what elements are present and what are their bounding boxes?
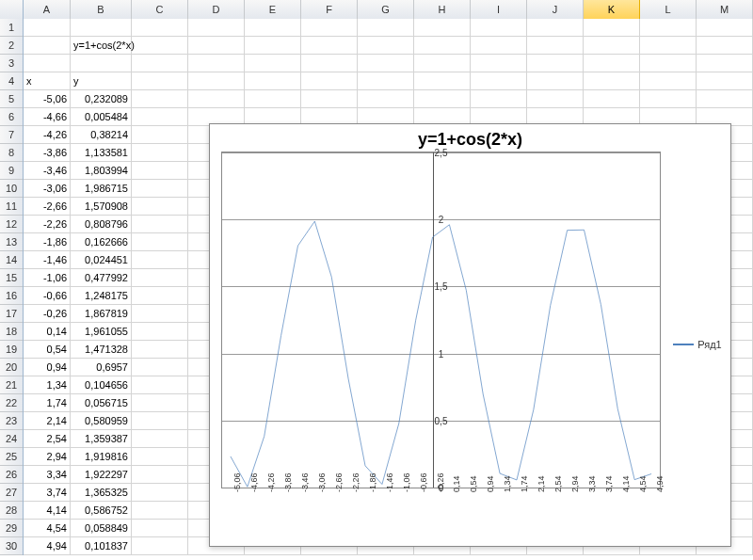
cell-A10[interactable]: -3,06 — [24, 180, 71, 198]
cell-B26[interactable]: 1,922297 — [71, 466, 132, 484]
cell-E1[interactable] — [245, 19, 301, 37]
cell-H5[interactable] — [414, 90, 471, 108]
cell-I1[interactable] — [471, 19, 527, 37]
row-header-12[interactable]: 12 — [0, 216, 23, 233]
cell-K3[interactable] — [584, 55, 640, 72]
cell-C7[interactable] — [132, 126, 188, 144]
row-header-28[interactable]: 28 — [0, 502, 23, 520]
row-header-10[interactable]: 10 — [0, 180, 23, 198]
cell-G5[interactable] — [358, 90, 414, 108]
cell-C16[interactable] — [132, 287, 188, 305]
row-header-16[interactable]: 16 — [0, 287, 23, 305]
cell-B10[interactable]: 1,986715 — [71, 180, 132, 198]
cell-C22[interactable] — [132, 394, 188, 412]
cell-M5[interactable] — [697, 90, 753, 108]
row-header-6[interactable]: 6 — [0, 108, 23, 126]
cell-G3[interactable] — [358, 55, 414, 72]
cell-L3[interactable] — [640, 55, 697, 72]
cell-C26[interactable] — [132, 466, 188, 484]
cell-E3[interactable] — [245, 55, 301, 72]
col-header-M[interactable]: M — [697, 0, 753, 19]
row-header-8[interactable]: 8 — [0, 144, 23, 162]
row-header-4[interactable]: 4 — [0, 72, 23, 90]
cell-B20[interactable]: 0,6957 — [71, 359, 132, 376]
cell-M4[interactable] — [697, 72, 753, 90]
cell-A1[interactable] — [24, 19, 71, 37]
cell-A12[interactable]: -2,26 — [24, 216, 71, 233]
cell-L1[interactable] — [640, 19, 697, 37]
cell-B19[interactable]: 1,471328 — [71, 341, 132, 359]
cell-I2[interactable] — [471, 37, 527, 55]
cell-B13[interactable]: 0,162666 — [71, 233, 132, 251]
cell-B17[interactable]: 1,867819 — [71, 305, 132, 323]
row-header-14[interactable]: 14 — [0, 251, 23, 269]
cell-C17[interactable] — [132, 305, 188, 323]
cell-A14[interactable]: -1,46 — [24, 251, 71, 269]
cell-B8[interactable]: 1,133581 — [71, 144, 132, 162]
cell-B22[interactable]: 0,056715 — [71, 394, 132, 412]
cell-C28[interactable] — [132, 502, 188, 520]
cell-A27[interactable]: 3,74 — [24, 484, 71, 502]
row-header-5[interactable]: 5 — [0, 90, 23, 108]
cell-B15[interactable]: 0,477992 — [71, 269, 132, 287]
col-header-A[interactable]: A — [24, 0, 71, 19]
row-header-19[interactable]: 19 — [0, 341, 23, 359]
cell-D4[interactable] — [188, 72, 245, 90]
cell-A3[interactable] — [24, 55, 71, 72]
row-header-22[interactable]: 22 — [0, 394, 23, 412]
cell-F3[interactable] — [301, 55, 358, 72]
row-header-17[interactable]: 17 — [0, 305, 23, 323]
cell-A15[interactable]: -1,06 — [24, 269, 71, 287]
cell-A11[interactable]: -2,66 — [24, 198, 71, 216]
cell-J5[interactable] — [527, 90, 584, 108]
cell-H4[interactable] — [414, 72, 471, 90]
cell-C21[interactable] — [132, 376, 188, 394]
col-header-C[interactable]: C — [132, 0, 188, 19]
cell-B28[interactable]: 0,586752 — [71, 502, 132, 520]
cell-B16[interactable]: 1,248175 — [71, 287, 132, 305]
cell-C30[interactable] — [132, 537, 188, 555]
cell-A19[interactable]: 0,54 — [24, 341, 71, 359]
cell-A9[interactable]: -3,46 — [24, 162, 71, 180]
col-header-F[interactable]: F — [301, 0, 358, 19]
cell-A18[interactable]: 0,14 — [24, 323, 71, 341]
cell-D3[interactable] — [188, 55, 245, 72]
cell-H2[interactable] — [414, 37, 471, 55]
cell-A5[interactable]: -5,06 — [24, 90, 71, 108]
cell-C25[interactable] — [132, 448, 188, 466]
row-header-18[interactable]: 18 — [0, 323, 23, 341]
row-header-11[interactable]: 11 — [0, 198, 23, 216]
cell-F2[interactable] — [301, 37, 358, 55]
cell-B30[interactable]: 0,101837 — [71, 537, 132, 555]
cell-C2[interactable] — [132, 37, 188, 55]
cell-C23[interactable] — [132, 412, 188, 430]
cell-I4[interactable] — [471, 72, 527, 90]
cell-A29[interactable]: 4,54 — [24, 520, 71, 537]
cell-A23[interactable]: 2,14 — [24, 412, 71, 430]
cell-B29[interactable]: 0,058849 — [71, 520, 132, 537]
cell-C18[interactable] — [132, 323, 188, 341]
cell-A17[interactable]: -0,26 — [24, 305, 71, 323]
cell-B4[interactable]: y — [71, 72, 132, 90]
cell-C13[interactable] — [132, 233, 188, 251]
cell-A8[interactable]: -3,86 — [24, 144, 71, 162]
cell-C4[interactable] — [132, 72, 188, 90]
cell-C9[interactable] — [132, 162, 188, 180]
cell-K4[interactable] — [584, 72, 640, 90]
cell-K1[interactable] — [584, 19, 640, 37]
row-header-21[interactable]: 21 — [0, 376, 23, 394]
cell-G1[interactable] — [358, 19, 414, 37]
cell-A22[interactable]: 1,74 — [24, 394, 71, 412]
col-header-J[interactable]: J — [527, 0, 584, 19]
cell-B7[interactable]: 0,38214 — [71, 126, 132, 144]
cell-C14[interactable] — [132, 251, 188, 269]
cell-B6[interactable]: 0,005484 — [71, 108, 132, 126]
col-header-E[interactable]: E — [245, 0, 301, 19]
col-header-I[interactable]: I — [471, 0, 527, 19]
cell-C10[interactable] — [132, 180, 188, 198]
select-all-corner[interactable] — [0, 0, 24, 19]
row-header-20[interactable]: 20 — [0, 359, 23, 376]
cell-A7[interactable]: -4,26 — [24, 126, 71, 144]
cell-B11[interactable]: 1,570908 — [71, 198, 132, 216]
row-header-9[interactable]: 9 — [0, 162, 23, 180]
